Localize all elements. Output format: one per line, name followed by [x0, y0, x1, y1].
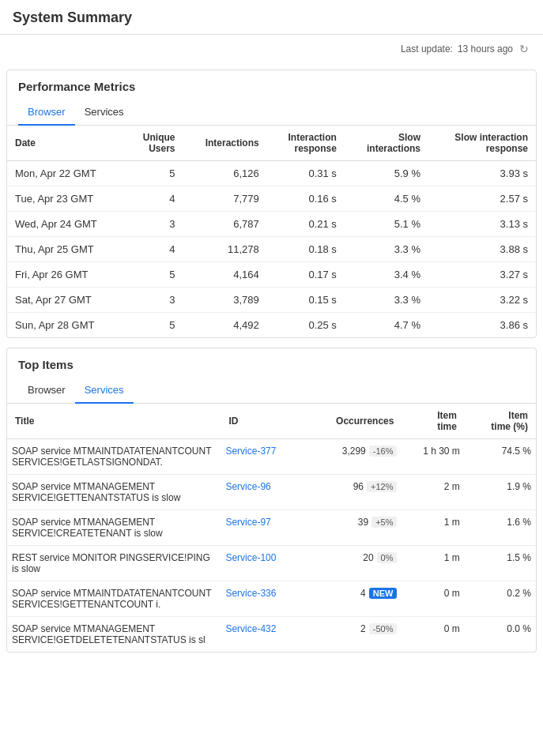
cell-slow-interactions: 3.3 % [345, 288, 428, 313]
occurrence-count: 39 [358, 517, 368, 528]
occurrence-badge: +12% [367, 481, 397, 492]
table-row: Thu, Apr 25 GMT 4 11,278 0.18 s 3.3 % 3.… [7, 237, 536, 262]
performance-metrics-table: Date UniqueUsers Interactions Interactio… [7, 126, 536, 337]
cell-id[interactable]: Service-96 [221, 475, 302, 510]
cell-title: SOAP service MTMANAGEMENT SERVICE!CREATE… [7, 510, 221, 546]
cell-id[interactable]: Service-100 [221, 546, 302, 581]
cell-unique-users: 5 [125, 313, 183, 338]
cell-interaction-response: 0.31 s [267, 161, 345, 186]
cell-slow-interaction-response: 3.27 s [428, 262, 536, 288]
page-title: System Summary [0, 0, 543, 35]
cell-item-time: 1 h 30 m [402, 439, 464, 475]
cell-title: SOAP service MTMANAGEMENT SERVICE!GETDEL… [7, 617, 221, 653]
occurrence-badge: -50% [369, 623, 398, 634]
cell-item-time: 1 m [402, 510, 464, 546]
cell-interaction-response: 0.18 s [267, 237, 345, 262]
tab-top-services[interactable]: Services [75, 378, 134, 404]
table-row: Sat, Apr 27 GMT 3 3,789 0.15 s 3.3 % 3.2… [7, 288, 536, 313]
col-slow-interactions: Slowinteractions [345, 126, 428, 161]
cell-slow-interactions: 3.3 % [345, 237, 428, 262]
cell-item-time: 0 m [402, 581, 464, 617]
cell-interactions: 3,789 [183, 288, 267, 313]
occurrence-badge: +5% [371, 517, 397, 528]
cell-title: REST service MONITOR PINGSERVICE!PING is… [7, 546, 221, 581]
cell-occurrences: 96 +12% [302, 475, 402, 510]
last-update-value: 13 hours ago [458, 43, 513, 55]
cell-id[interactable]: Service-432 [221, 617, 302, 653]
cell-slow-interactions: 5.9 % [345, 161, 428, 186]
cell-date: Mon, Apr 22 GMT [7, 161, 125, 186]
cell-title: SOAP service MTMANAGEMENT SERVICE!GETTEN… [7, 475, 221, 510]
list-item: REST service MONITOR PINGSERVICE!PING is… [7, 546, 536, 581]
cell-interaction-response: 0.16 s [267, 186, 345, 212]
cell-interactions: 6,126 [183, 161, 267, 186]
tab-browser[interactable]: Browser [18, 100, 75, 126]
cell-item-time-pct: 1.6 % [465, 510, 536, 546]
cell-interaction-response: 0.25 s [267, 313, 345, 338]
table-row: Mon, Apr 22 GMT 5 6,126 0.31 s 5.9 % 3.9… [7, 161, 536, 186]
cell-occurrences: 39 +5% [302, 510, 402, 546]
cell-slow-interaction-response: 3.93 s [428, 161, 536, 186]
cell-item-time-pct: 1.5 % [465, 546, 536, 581]
col-title: Title [7, 404, 221, 439]
occurrence-badge: -16% [369, 446, 398, 457]
col-item-time: Itemtime [402, 404, 464, 439]
cell-slow-interaction-response: 2.57 s [428, 186, 536, 212]
occurrence-badge: NEW [369, 588, 398, 599]
cell-slow-interactions: 4.7 % [345, 313, 428, 338]
table-row: Tue, Apr 23 GMT 4 7,779 0.16 s 4.5 % 2.5… [7, 186, 536, 212]
table-row: Sun, Apr 28 GMT 5 4,492 0.25 s 4.7 % 3.8… [7, 313, 536, 338]
cell-id[interactable]: Service-377 [221, 439, 302, 475]
cell-unique-users: 4 [125, 237, 183, 262]
cell-occurrences: 3,299 -16% [302, 439, 402, 475]
cell-interactions: 6,787 [183, 212, 267, 237]
cell-interactions: 4,492 [183, 313, 267, 338]
cell-unique-users: 4 [125, 186, 183, 212]
cell-occurrences: 4 NEW [302, 581, 402, 617]
occurrence-badge: 0% [377, 552, 398, 563]
cell-date: Thu, Apr 25 GMT [7, 237, 125, 262]
cell-interactions: 4,164 [183, 262, 267, 288]
cell-interactions: 7,779 [183, 186, 267, 212]
refresh-icon[interactable]: ↻ [518, 43, 530, 55]
cell-id[interactable]: Service-97 [221, 510, 302, 546]
cell-item-time: 0 m [402, 617, 464, 653]
cell-interaction-response: 0.17 s [267, 262, 345, 288]
tab-services[interactable]: Services [75, 100, 134, 126]
cell-date: Sun, Apr 28 GMT [7, 313, 125, 338]
cell-slow-interactions: 4.5 % [345, 186, 428, 212]
cell-slow-interaction-response: 3.13 s [428, 212, 536, 237]
cell-occurrences: 20 0% [302, 546, 402, 581]
top-items-table: Title ID Occurrences Itemtime Itemtime (… [7, 404, 536, 652]
list-item: SOAP service MTMANAGEMENT SERVICE!GETTEN… [7, 475, 536, 510]
performance-metrics-tabs: Browser Services [7, 100, 536, 126]
occurrence-count: 20 [363, 552, 373, 563]
top-items-tabs: Browser Services [7, 378, 536, 404]
cell-item-time-pct: 0.2 % [465, 581, 536, 617]
last-update-bar: Last update: 13 hours ago ↻ [0, 35, 543, 63]
top-items-title: Top Items [7, 348, 536, 378]
cell-date: Fri, Apr 26 GMT [7, 262, 125, 288]
top-items-section: Top Items Browser Services Title ID Occu… [6, 348, 537, 653]
list-item: SOAP service MTMANAGEMENT SERVICE!GETDEL… [7, 617, 536, 653]
cell-unique-users: 5 [125, 161, 183, 186]
list-item: SOAP service MTMAINTDATATENANTCOUNT SERV… [7, 581, 536, 617]
col-unique-users: UniqueUsers [125, 126, 183, 161]
cell-item-time: 1 m [402, 546, 464, 581]
cell-title: SOAP service MTMAINTDATATENANTCOUNT SERV… [7, 439, 221, 475]
col-slow-interaction-response: Slow interactionresponse [428, 126, 536, 161]
table-row: Fri, Apr 26 GMT 5 4,164 0.17 s 3.4 % 3.2… [7, 262, 536, 288]
table-row: Wed, Apr 24 GMT 3 6,787 0.21 s 5.1 % 3.1… [7, 212, 536, 237]
cell-unique-users: 5 [125, 262, 183, 288]
occurrence-count: 96 [353, 481, 364, 492]
col-occurrences: Occurrences [302, 404, 402, 439]
tab-top-browser[interactable]: Browser [18, 378, 75, 404]
cell-unique-users: 3 [125, 288, 183, 313]
cell-interaction-response: 0.21 s [267, 212, 345, 237]
cell-title: SOAP service MTMAINTDATATENANTCOUNT SERV… [7, 581, 221, 617]
cell-id[interactable]: Service-336 [221, 581, 302, 617]
col-id: ID [221, 404, 302, 439]
cell-date: Tue, Apr 23 GMT [7, 186, 125, 212]
cell-interactions: 11,278 [183, 237, 267, 262]
cell-occurrences: 2 -50% [302, 617, 402, 653]
